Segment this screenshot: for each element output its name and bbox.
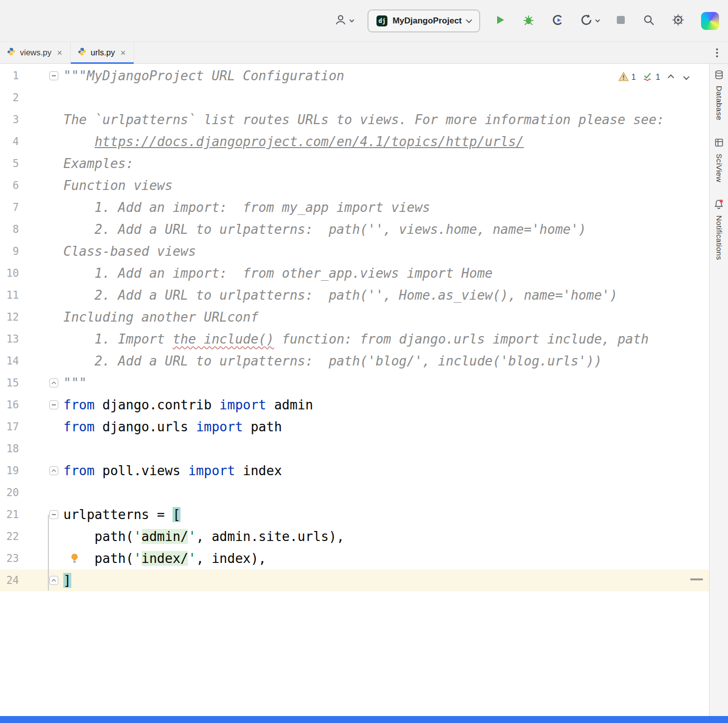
editor-gutter[interactable]: 1 (0, 65, 63, 87)
code-line[interactable]: 18 (0, 438, 709, 460)
code-line[interactable]: 6Function views (0, 175, 709, 196)
editor-gutter[interactable]: 9 (0, 240, 63, 262)
editor-gutter[interactable]: 3 (0, 109, 63, 131)
editor-gutter[interactable]: 6 (0, 175, 63, 196)
code-line[interactable]: 2 (0, 87, 709, 109)
code-line[interactable]: 1"""MyDjangoProject URL Configuration (0, 65, 709, 87)
code-text[interactable]: 2. Add a URL to urlpatterns: path('', vi… (63, 218, 709, 240)
line-number: 8 (0, 218, 19, 240)
editor-gutter[interactable]: 18 (0, 438, 63, 460)
code-line[interactable]: 11 2. Add a URL to urlpatterns: path('',… (0, 284, 709, 306)
editor-gutter[interactable]: 23 (0, 547, 63, 569)
editor-gutter[interactable]: 15 (0, 372, 63, 394)
code-text[interactable]: Class-based views (63, 240, 709, 262)
editor-gutter[interactable]: 4 (0, 131, 63, 153)
tab-options-button[interactable] (713, 45, 721, 60)
code-line[interactable]: 14 2. Add a URL to urlpatterns: path('bl… (0, 350, 709, 372)
code-text[interactable]: Function views (63, 175, 709, 196)
code-line[interactable]: 19from poll.views import index (0, 460, 709, 482)
code-text[interactable]: ] (63, 569, 709, 591)
editor-gutter[interactable]: 22 (0, 526, 63, 547)
code-text[interactable]: """MyDjangoProject URL Configuration (63, 65, 709, 87)
search-everywhere-button[interactable] (640, 11, 657, 30)
close-icon[interactable]: × (56, 48, 63, 57)
code-text[interactable]: 1. Import the include() function: from d… (63, 328, 709, 350)
editor-gutter[interactable]: 17 (0, 416, 63, 438)
fold-collapse-icon[interactable] (49, 510, 58, 519)
code-text[interactable]: Including another URLconf (63, 306, 709, 328)
code-line[interactable]: 23 path('index/', index), (0, 547, 709, 569)
code-text[interactable]: path('admin/', admin.site.urls), (63, 526, 709, 547)
next-problem-button[interactable] (682, 73, 691, 82)
tab-urls-py[interactable]: urls.py × (71, 42, 134, 63)
code-line[interactable]: 4 https://docs.djangoproject.com/en/4.1/… (0, 131, 709, 153)
code-line[interactable]: 17from django.urls import path (0, 416, 709, 438)
fold-end-icon[interactable] (49, 466, 58, 475)
scrollbar-caret-mark[interactable] (690, 578, 703, 580)
editor-gutter[interactable]: 16 (0, 394, 63, 416)
toolwindow-notifications[interactable]: Notifications (714, 199, 724, 260)
editor-gutter[interactable]: 2 (0, 87, 63, 109)
previous-problem-button[interactable] (666, 73, 676, 82)
code-text[interactable]: 2. Add a URL to urlpatterns: path('blog/… (63, 350, 709, 372)
fold-end-icon[interactable] (49, 576, 58, 585)
code-line[interactable]: 24] (0, 569, 709, 591)
code-line[interactable]: 15""" (0, 372, 709, 394)
code-text[interactable]: 1. Add an import: from my_app import vie… (63, 196, 709, 218)
code-text[interactable]: """ (63, 372, 709, 394)
editor-gutter[interactable]: 19 (0, 460, 63, 482)
stop-button[interactable] (613, 12, 628, 29)
intention-bulb-icon[interactable] (69, 552, 80, 566)
code-text[interactable]: from django.urls import path (63, 416, 709, 438)
code-line[interactable]: 13 1. Import the include() function: fro… (0, 328, 709, 350)
editor-gutter[interactable]: 11 (0, 284, 63, 306)
code-text[interactable]: The `urlpatterns` list routes URLs to vi… (63, 109, 709, 131)
editor-gutter[interactable]: 10 (0, 262, 63, 284)
code-text[interactable]: urlpatterns = [ (63, 504, 709, 526)
fold-collapse-icon[interactable] (49, 400, 58, 409)
pycharm-logo[interactable] (699, 10, 721, 32)
run-button[interactable] (492, 12, 508, 30)
code-text[interactable]: Examples: (63, 153, 709, 175)
code-text[interactable]: from poll.views import index (63, 460, 709, 482)
rerun-button[interactable] (578, 11, 601, 30)
warnings-indicator[interactable]: 1 (618, 72, 636, 83)
code-line[interactable]: 12Including another URLconf (0, 306, 709, 328)
toolwindow-database[interactable]: Database (714, 70, 724, 121)
code-line[interactable]: 8 2. Add a URL to urlpatterns: path('', … (0, 218, 709, 240)
code-line[interactable]: 5Examples: (0, 153, 709, 175)
editor-gutter[interactable]: 14 (0, 350, 63, 372)
code-line[interactable]: 20 (0, 482, 709, 504)
code-line[interactable]: 9Class-based views (0, 240, 709, 262)
editor-gutter[interactable]: 21 (0, 504, 63, 526)
code-text[interactable]: path('index/', index), (63, 547, 709, 569)
toolwindow-sciview[interactable]: SciView (714, 138, 724, 182)
code-text[interactable]: https://docs.djangoproject.com/en/4.1/to… (63, 131, 709, 153)
code-text[interactable]: 1. Add an import: from other_app.views i… (63, 262, 709, 284)
code-line[interactable]: 3The `urlpatterns` list routes URLs to v… (0, 109, 709, 131)
run-with-coverage-button[interactable] (549, 11, 566, 30)
editor-gutter[interactable]: 24 (0, 569, 63, 591)
editor-gutter[interactable]: 12 (0, 306, 63, 328)
settings-button[interactable] (669, 11, 687, 31)
close-icon[interactable]: × (119, 48, 127, 57)
user-menu-button[interactable] (332, 11, 356, 30)
code-line[interactable]: 16from django.contrib import admin (0, 394, 709, 416)
problems-indicator[interactable]: 1 (642, 71, 660, 84)
code-text[interactable]: 2. Add a URL to urlpatterns: path('', Ho… (63, 284, 709, 306)
editor-gutter[interactable]: 7 (0, 196, 63, 218)
run-config-selector[interactable]: dj MyDjangoProject (367, 9, 480, 32)
code-line[interactable]: 7 1. Add an import: from my_app import v… (0, 196, 709, 218)
editor-gutter[interactable]: 20 (0, 482, 63, 504)
editor-gutter[interactable]: 5 (0, 153, 63, 175)
fold-collapse-icon[interactable] (49, 71, 58, 80)
editor-gutter[interactable]: 8 (0, 218, 63, 240)
debug-button[interactable] (520, 11, 537, 30)
code-line[interactable]: 21urlpatterns = [ (0, 504, 709, 526)
code-line[interactable]: 22 path('admin/', admin.site.urls), (0, 526, 709, 547)
fold-end-icon[interactable] (49, 378, 58, 387)
editor-gutter[interactable]: 13 (0, 328, 63, 350)
code-line[interactable]: 10 1. Add an import: from other_app.view… (0, 262, 709, 284)
tab-views-py[interactable]: views.py × (0, 42, 71, 63)
code-text[interactable]: from django.contrib import admin (63, 394, 709, 416)
